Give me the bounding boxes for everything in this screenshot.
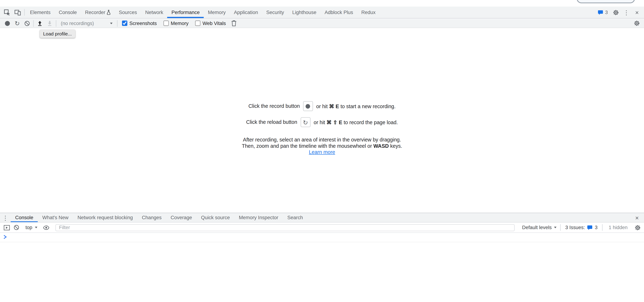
clear-block-icon: [24, 20, 30, 26]
text: or hit: [316, 103, 328, 109]
drawer-tab-console[interactable]: Console: [10, 213, 38, 222]
recordings-select[interactable]: (no recordings): [58, 20, 115, 26]
checkbox-label: Web Vitals: [202, 20, 226, 26]
settings-button[interactable]: [610, 7, 621, 18]
close-devtools-button[interactable]: ×: [632, 7, 642, 18]
issues-bubble-icon: [587, 225, 593, 230]
log-levels-selector[interactable]: Default levels: [520, 225, 559, 230]
tab-performance[interactable]: Performance: [167, 7, 204, 18]
tab-sources[interactable]: Sources: [115, 7, 141, 18]
tab-application[interactable]: Application: [230, 7, 262, 18]
delete-recording-button[interactable]: [229, 19, 239, 28]
record-icon: [5, 21, 10, 26]
drawer-tab-quick-source[interactable]: Quick source: [196, 213, 234, 222]
reload-button-illustration: ↻: [300, 117, 310, 127]
upload-arrow-icon: [37, 20, 43, 26]
drawer-tab-network-request-blocking[interactable]: Network request blocking: [73, 213, 137, 222]
text: to start a new recording.: [340, 103, 396, 109]
issues-counter[interactable]: 3 Issues: 3: [565, 225, 598, 230]
tab-recorder[interactable]: Recorder: [81, 7, 115, 18]
tips-paragraph: After recording, select an area of inter…: [239, 137, 405, 156]
drawer-tab-whats-new[interactable]: What's New: [38, 213, 73, 222]
record-button[interactable]: [2, 19, 12, 28]
divider: [24, 9, 24, 16]
gear-icon: [634, 224, 640, 231]
tab-elements[interactable]: Elements: [26, 7, 54, 18]
gear-icon: [634, 20, 640, 26]
drawer-menu-button[interactable]: ⋮: [0, 213, 10, 222]
reload-instruction-pre: Click the reload button: [246, 119, 297, 125]
checkbox-label: Memory: [171, 20, 188, 26]
inspect-element-button[interactable]: [2, 7, 12, 18]
issues-indicator[interactable]: 3: [595, 10, 610, 15]
drawer-tab-search[interactable]: Search: [283, 213, 308, 222]
console-sidebar-button[interactable]: [2, 223, 12, 232]
web-vitals-checkbox[interactable]: Web Vitals: [195, 20, 226, 26]
inspect-cursor-icon: [4, 9, 10, 16]
drawer-tab-memory-inspector[interactable]: Memory Inspector: [234, 213, 283, 222]
browser-popup-remnant: [576, 0, 635, 3]
eye-icon: [43, 225, 49, 230]
javascript-context-selector[interactable]: top: [23, 225, 40, 230]
reload-instruction-row: Click the reload button ↻ or hit ⌘ ⇧ E t…: [246, 117, 398, 127]
clear-block-icon: [14, 225, 19, 230]
more-options-button[interactable]: ⋮: [621, 7, 632, 18]
web-vitals-checkbox-input[interactable]: [195, 21, 200, 26]
tab-redux[interactable]: Redux: [357, 7, 380, 18]
device-toolbar-button[interactable]: [12, 7, 23, 18]
shortcut-keys: ⌘ ⇧ E: [326, 119, 342, 125]
memory-checkbox[interactable]: Memory: [163, 20, 188, 26]
tab-memory[interactable]: Memory: [204, 7, 230, 18]
learn-more-link[interactable]: Learn more: [309, 149, 335, 155]
wasd-keys: WASD: [374, 143, 389, 149]
close-drawer-button[interactable]: ×: [632, 213, 642, 222]
tab-console[interactable]: Console: [54, 7, 81, 18]
close-icon: ×: [635, 215, 639, 221]
tab-lighthouse[interactable]: Lighthouse: [288, 7, 320, 18]
tab-network[interactable]: Network: [141, 7, 167, 18]
shortcut-keys: ⌘ E: [329, 103, 339, 109]
console-filter-input[interactable]: [55, 224, 515, 231]
capture-settings-button[interactable]: [632, 19, 642, 28]
reload-and-record-button[interactable]: ↻: [12, 19, 22, 28]
chevron-down-icon: [110, 23, 113, 24]
reload-icon: ↻: [303, 119, 308, 125]
divider: [33, 20, 34, 27]
clear-recordings-button[interactable]: [22, 19, 32, 28]
console-prompt[interactable]: [0, 233, 644, 242]
chevron-down-icon: [35, 227, 38, 228]
screenshots-checkbox[interactable]: Screenshots: [122, 20, 157, 26]
console-toolbar: top Default levels 3 Issues: 3 1 hidden: [0, 223, 644, 233]
main-tabbar-right: 3 ⋮ ×: [595, 7, 644, 18]
log-levels-value: Default levels: [522, 225, 552, 230]
issues-label: 3 Issues:: [565, 225, 585, 230]
load-profile-button[interactable]: [35, 19, 45, 28]
download-arrow-icon: [47, 20, 53, 26]
memory-checkbox-input[interactable]: [163, 21, 169, 26]
drawer-tab-changes[interactable]: Changes: [137, 213, 166, 222]
live-expression-button[interactable]: [41, 223, 51, 232]
console-settings-button[interactable]: [632, 223, 642, 232]
performance-empty-state: Click the record button or hit ⌘ E to st…: [0, 101, 644, 156]
kebab-menu-icon: ⋮: [623, 9, 630, 15]
devtools-window: Elements Console Recorder Sources Networ…: [0, 0, 644, 302]
screenshots-checkbox-input[interactable]: [122, 21, 128, 26]
divider: [56, 20, 56, 27]
record-icon: [306, 104, 310, 108]
tab-adblock-plus[interactable]: Adblock Plus: [320, 7, 357, 18]
console-messages-area: [0, 233, 644, 242]
issues-count: 3: [605, 10, 608, 15]
reload-instruction-post: or hit ⌘ ⇧ E to record the page load.: [314, 119, 398, 125]
clear-console-button[interactable]: [12, 223, 22, 232]
drawer-tab-coverage[interactable]: Coverage: [166, 213, 196, 222]
record-instruction-post: or hit ⌘ E to start a new recording.: [316, 103, 396, 109]
divider: [117, 20, 117, 27]
tab-security[interactable]: Security: [262, 7, 288, 18]
save-profile-button[interactable]: [45, 19, 54, 28]
record-instruction-pre: Click the record button: [248, 103, 300, 109]
divider: [602, 224, 602, 231]
text: to record the page load.: [344, 119, 398, 125]
kebab-menu-icon: ⋮: [2, 215, 8, 221]
drawer: ⋮ Console What's New Network request blo…: [0, 213, 644, 302]
issues-bubble-icon: [598, 10, 604, 15]
